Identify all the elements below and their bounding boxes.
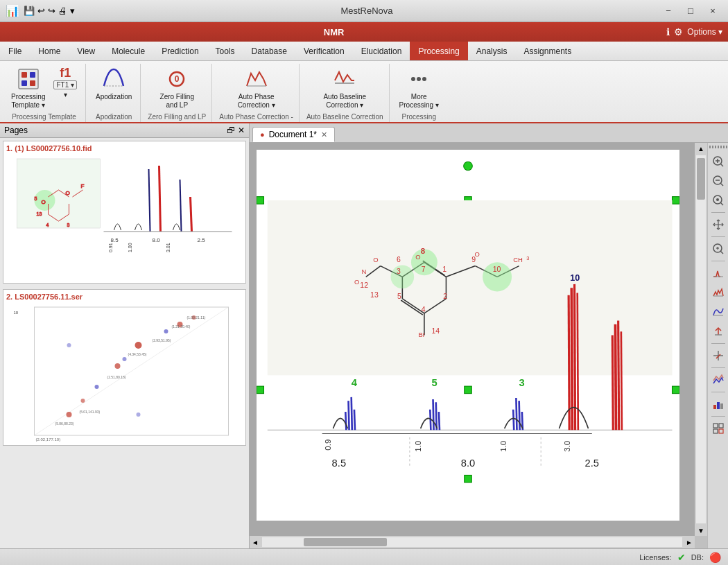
toolbar-sep-5 — [711, 367, 725, 368]
pick-peaks-button[interactable] — [709, 264, 727, 282]
menu-home[interactable]: Home — [30, 42, 69, 60]
svg-rect-146 — [717, 402, 720, 409]
menu-prediction[interactable]: Prediction — [153, 42, 207, 60]
apodization-button[interactable]: Apodization — [93, 65, 135, 102]
hscroll-right[interactable]: ► — [684, 537, 695, 548]
print-icon[interactable]: 🖨 — [58, 6, 67, 16]
main-layout: Pages 🗗 ✕ 1. (1) LS00027756.10.fid O — [0, 123, 728, 548]
menu-tools[interactable]: Tools — [207, 42, 243, 60]
ribbon-group-zerofilling: 0 Zero Fillingand LP Zero Filling and LP — [142, 64, 212, 122]
menu-file[interactable]: File — [0, 42, 30, 60]
hscroll-track[interactable] — [262, 537, 682, 547]
pick-peaks-icon — [712, 267, 725, 279]
search-structure-button[interactable] — [709, 240, 727, 258]
svg-rect-1 — [21, 72, 27, 78]
f1-button[interactable]: f1 FT1 ▾ ▾ — [51, 65, 80, 100]
save-icon[interactable]: 💾 — [24, 6, 35, 16]
svg-text:6: 6 — [397, 255, 401, 263]
menu-view[interactable]: View — [69, 42, 103, 60]
hscroll-thumb[interactable] — [304, 538, 387, 546]
zerofilling-button[interactable]: 0 Zero Fillingand LP — [157, 65, 197, 111]
vscroll-thumb[interactable] — [697, 158, 705, 200]
toolbar-sep-6 — [711, 392, 725, 392]
handle-bot-center[interactable] — [465, 475, 472, 483]
svg-text:4: 4 — [422, 305, 426, 313]
zoom-in-button[interactable] — [709, 153, 727, 171]
ribbon-more-items: MoreProcessing ▾ — [397, 65, 442, 112]
svg-text:8: 8 — [421, 247, 426, 255]
f1-icon: f1 — [60, 67, 71, 79]
hscroll[interactable]: ◄ ► — [250, 536, 695, 548]
autophase-button[interactable]: Auto PhaseCorrection ▾ — [235, 65, 278, 111]
crosshair-button[interactable] — [709, 347, 727, 365]
vscroll-up[interactable]: ▲ — [695, 143, 707, 154]
ribbon-group-baseline: Auto BaselineCorrection ▾ Auto Baseline … — [301, 64, 390, 122]
multiplet-analysis-button[interactable] — [709, 284, 727, 302]
pages-restore-icon[interactable]: 🗗 — [227, 125, 235, 135]
grid-button[interactable] — [709, 419, 727, 437]
menu-assignments[interactable]: Assignments — [515, 42, 580, 60]
more-processing-button[interactable]: MoreProcessing ▾ — [397, 65, 442, 111]
settings-icon[interactable]: ⚙ — [674, 26, 683, 37]
vscroll[interactable]: ▲ ▼ — [695, 143, 707, 536]
integral-1.0-1: 1.0 — [414, 441, 422, 452]
f1-label: ▾ — [64, 91, 67, 98]
svg-point-50 — [67, 343, 71, 347]
doc-tab-1[interactable]: ● Document 1* ✕ — [252, 127, 335, 142]
handle-right-top[interactable] — [672, 197, 679, 205]
db-label: DB: — [691, 553, 704, 562]
more-icon[interactable]: ▾ — [70, 6, 75, 16]
doc-content[interactable]: 8 O 7 1 3 5 2 4 9 O 10 CH 3 — [250, 143, 707, 548]
handle-right-bot[interactable] — [672, 386, 679, 394]
menu-processing[interactable]: Processing — [410, 42, 467, 60]
pages-header: Pages 🗗 ✕ — [0, 123, 249, 138]
svg-line-109 — [513, 410, 514, 430]
stacked-button[interactable] — [709, 371, 727, 389]
svg-rect-151 — [719, 429, 723, 433]
handle-top-center[interactable] — [464, 162, 473, 171]
scroll-corner — [695, 536, 707, 548]
svg-text:10: 10 — [493, 265, 501, 273]
info-icon[interactable]: ℹ — [666, 26, 670, 37]
close-button[interactable]: × — [703, 4, 722, 18]
redo-icon[interactable]: ↪ — [48, 6, 55, 16]
fit-button[interactable] — [709, 191, 727, 209]
options-button[interactable]: Options ▾ — [687, 27, 722, 37]
handle-left-mid[interactable] — [257, 197, 264, 205]
chart-button[interactable] — [709, 395, 727, 413]
page-thumb-1[interactable]: 1. (1) LS00027756.10.fid O O — [3, 141, 246, 284]
decrease-button[interactable] — [709, 322, 727, 340]
svg-line-30 — [191, 197, 192, 232]
undo-icon[interactable]: ↩ — [37, 6, 45, 16]
svg-text:13: 13 — [370, 290, 379, 299]
pages-close-icon[interactable]: ✕ — [238, 125, 245, 135]
handle-mid-center[interactable] — [465, 386, 472, 394]
pan-button[interactable] — [709, 216, 727, 234]
ribbon-group-apodization: Apodization Apodization — [87, 64, 141, 122]
processing-template-button[interactable]: ProcessingTemplate ▾ — [8, 65, 48, 111]
page-thumb-2[interactable]: 2. LS00027756.11.ser — [3, 289, 246, 446]
menu-verification[interactable]: Verification — [295, 42, 353, 60]
handle-left-bot[interactable] — [257, 386, 264, 394]
menu-analysis[interactable]: Analysis — [468, 42, 516, 60]
svg-text:1.00: 1.00 — [128, 243, 132, 252]
menu-database[interactable]: Database — [243, 42, 295, 60]
svg-text:(1.21,20.40): (1.21,20.40) — [172, 324, 191, 329]
tab-close-button[interactable]: ✕ — [321, 130, 327, 139]
svg-text:(5.01,141.93): (5.01,141.93) — [80, 410, 101, 414]
svg-line-120 — [621, 331, 622, 430]
menu-molecule[interactable]: Molecule — [103, 42, 153, 60]
zoom-out-button[interactable] — [709, 172, 727, 190]
svg-rect-150 — [713, 429, 718, 433]
hscroll-left[interactable]: ◄ — [250, 537, 261, 548]
maximize-button[interactable]: □ — [681, 4, 700, 18]
vscroll-down[interactable]: ▼ — [695, 525, 707, 536]
minimize-button[interactable]: − — [659, 4, 678, 18]
menu-elucidation[interactable]: Elucidation — [353, 42, 410, 60]
baseline-button[interactable]: Auto BaselineCorrection ▾ — [320, 65, 369, 111]
doc-tab-label: Document 1* — [269, 130, 317, 139]
titlebar: 📊 💾 ↩ ↪ 🖨 ▾ MestReNova − □ × — [0, 0, 728, 22]
curve-fitting-button[interactable] — [709, 303, 727, 321]
baseline-label: Auto BaselineCorrection ▾ — [323, 93, 366, 110]
vscroll-track[interactable] — [696, 155, 706, 523]
